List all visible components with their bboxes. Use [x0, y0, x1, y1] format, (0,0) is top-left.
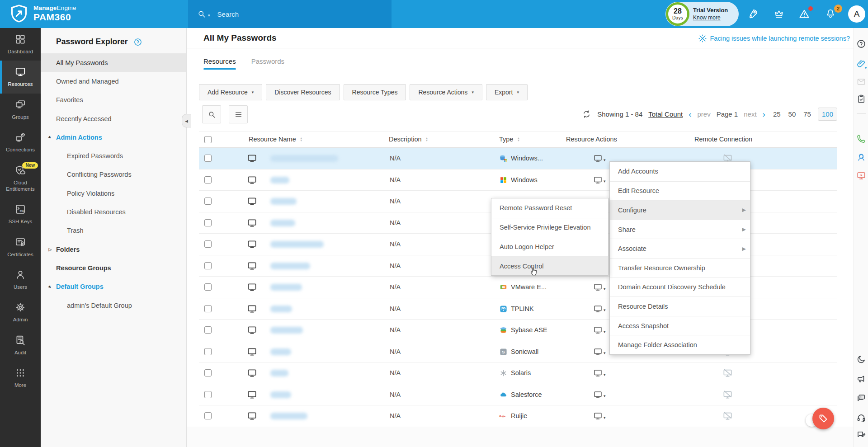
row-checkbox[interactable] — [204, 176, 212, 184]
menu-item-manage-folder-association[interactable]: Manage Folder Association — [610, 335, 750, 354]
tab-passwords[interactable]: Passwords — [251, 57, 284, 70]
resource-actions-dropdown[interactable]: ▾ — [593, 154, 606, 163]
megaphone-icon[interactable] — [856, 374, 866, 384]
sidebar-item-resources[interactable]: Resources — [0, 61, 41, 93]
chat-icon[interactable] — [856, 393, 866, 403]
dark-mode-moon-icon[interactable] — [856, 354, 866, 364]
export-button[interactable]: Export▾ — [486, 84, 528, 100]
table-row[interactable]: N/ASolaris▾ — [199, 362, 837, 384]
table-row[interactable]: N/ARuijieRuijie▾ — [199, 405, 837, 427]
remote-session-issues-link[interactable]: Facing issues while launching remote ses… — [698, 34, 850, 43]
sidebar-item-users[interactable]: Users — [0, 263, 41, 296]
crown-icon[interactable] — [773, 8, 785, 20]
sidebar-item-connections[interactable]: Connections — [0, 126, 41, 159]
sort-icon[interactable]: ▲▼ — [517, 137, 520, 141]
column-header-remote-connection[interactable]: Remote Connection — [694, 136, 752, 143]
column-header-resource-name[interactable]: Resource Name▲▼ — [249, 136, 303, 143]
explorer-item-conflicting-passwords[interactable]: Conflicting Passwords — [41, 165, 186, 184]
table-row[interactable]: N/ASalesforce▾ — [199, 384, 837, 406]
prev-button[interactable]: prev — [697, 110, 710, 118]
resource-name-redacted[interactable] — [270, 370, 288, 376]
row-checkbox[interactable] — [204, 155, 212, 162]
explorer-item-admin-s-default-group[interactable]: admin's Default Group — [41, 296, 186, 315]
sidebar-item-cloud-entitlements[interactable]: NewCloud Entitlements — [0, 159, 41, 198]
resource-name-redacted[interactable] — [270, 348, 291, 355]
search-input[interactable] — [217, 10, 367, 18]
refresh-icon[interactable] — [582, 109, 591, 119]
help-icon[interactable] — [856, 39, 866, 49]
resource-types-button[interactable]: Resource Types — [344, 84, 406, 100]
resource-actions-button[interactable]: Resource Actions▾ — [410, 84, 482, 100]
add-resource-button[interactable]: Add Resource▾ — [199, 84, 262, 100]
phone-icon[interactable] — [856, 135, 866, 145]
search-scope-caret-icon[interactable]: ▾ — [208, 13, 210, 18]
rocket-icon[interactable] — [747, 8, 759, 20]
resource-actions-dropdown[interactable]: ▾ — [593, 282, 606, 292]
explorer-item-folders[interactable]: ▷Folders — [41, 240, 186, 259]
menu-item-domain-account-discovery-schedule[interactable]: Domain Account Discovery Schedule — [610, 278, 750, 297]
resource-name-redacted[interactable] — [270, 284, 302, 291]
prev-chevron-icon[interactable]: ‹ — [689, 110, 691, 118]
explorer-item-all-my-passwords[interactable]: All My Passwords — [41, 53, 186, 72]
resource-actions-dropdown[interactable]: ▾ — [593, 411, 606, 421]
menu-item-associate[interactable]: Associate▶ — [610, 239, 750, 258]
sidebar-item-ssh-keys[interactable]: SSHSSH Keys — [0, 198, 41, 231]
resource-actions-dropdown[interactable]: ▾ — [593, 368, 606, 378]
avatar[interactable]: A — [848, 5, 865, 23]
resource-name-redacted[interactable] — [270, 198, 297, 205]
resource-name-redacted[interactable] — [270, 241, 324, 248]
resource-name-redacted[interactable] — [270, 327, 303, 334]
select-all-checkbox[interactable] — [204, 136, 212, 143]
explorer-item-policy-violations[interactable]: Policy Violations — [41, 184, 186, 202]
column-list-view-button[interactable] — [229, 105, 248, 123]
row-checkbox[interactable] — [204, 391, 212, 398]
monitor-play-icon[interactable] — [856, 171, 866, 181]
resource-actions-dropdown[interactable]: ▾ — [593, 390, 606, 400]
row-checkbox[interactable] — [204, 219, 212, 226]
sidebar-item-admin[interactable]: Admin — [0, 296, 41, 329]
sort-icon[interactable]: ▲▼ — [300, 137, 303, 141]
resource-name-redacted[interactable] — [270, 306, 292, 312]
explorer-item-default-groups[interactable]: ▸Default Groups — [41, 278, 186, 296]
expanded-triangle-icon[interactable]: ▸ — [46, 133, 54, 141]
table-search-button[interactable] — [202, 105, 221, 123]
clipboard-check-icon[interactable] — [856, 94, 866, 104]
explorer-item-recently-accessed[interactable]: Recently Accessed — [41, 109, 186, 128]
submenu-item-access-control[interactable]: Access Control — [491, 256, 608, 276]
next-chevron-icon[interactable]: › — [763, 110, 765, 118]
row-checkbox[interactable] — [204, 262, 212, 269]
explorer-item-favorites[interactable]: Favorites — [41, 91, 186, 109]
menu-item-share[interactable]: Share▶ — [610, 220, 750, 239]
help-circle-icon[interactable] — [133, 38, 142, 47]
headset-icon[interactable] — [856, 413, 866, 423]
resource-name-redacted[interactable] — [270, 413, 307, 419]
resource-actions-dropdown[interactable]: ▾ — [593, 304, 606, 314]
resource-name-redacted[interactable] — [270, 391, 291, 398]
row-checkbox[interactable] — [204, 412, 212, 419]
menu-item-configure[interactable]: Configure▶ — [610, 200, 750, 220]
expanded-triangle-icon[interactable]: ▸ — [46, 282, 54, 291]
menu-item-transfer-resource-ownership[interactable]: Transfer Resource Ownership — [610, 258, 750, 278]
fab-tag-button[interactable] — [812, 408, 834, 429]
sidebar-item-audit[interactable]: Audit — [0, 329, 41, 362]
resource-name-redacted[interactable] — [270, 263, 310, 269]
sidebar-item-certificates[interactable]: Certificates — [0, 231, 41, 263]
row-checkbox[interactable] — [204, 198, 212, 205]
resource-actions-dropdown[interactable]: ▾ — [593, 175, 606, 185]
resource-actions-dropdown[interactable]: ▾ — [593, 325, 606, 335]
resource-name-redacted[interactable] — [270, 155, 338, 162]
explorer-item-owned-and-managed[interactable]: Owned and Managed — [41, 72, 186, 90]
explorer-item-expired-passwords[interactable]: Expired Passwords — [41, 146, 186, 165]
discover-resources-button[interactable]: Discover Resources — [266, 84, 340, 100]
row-checkbox[interactable] — [204, 240, 212, 248]
sidebar-item-groups[interactable]: Groups — [0, 94, 41, 126]
resource-name-redacted[interactable] — [270, 220, 295, 226]
explorer-item-admin-actions[interactable]: ▸Admin Actions — [41, 128, 186, 146]
page-size-75[interactable]: 75 — [803, 110, 811, 118]
row-checkbox[interactable] — [204, 348, 212, 355]
submenu-item-self-service-privilege-elevation[interactable]: Self-Service Privilege Elevation — [491, 218, 608, 237]
total-count-link[interactable]: Total Count — [648, 110, 683, 118]
submenu-item-remote-password-reset[interactable]: Remote Password Reset — [491, 198, 608, 218]
row-checkbox[interactable] — [204, 326, 212, 334]
column-header-description[interactable]: Description▲▼ — [389, 136, 428, 143]
